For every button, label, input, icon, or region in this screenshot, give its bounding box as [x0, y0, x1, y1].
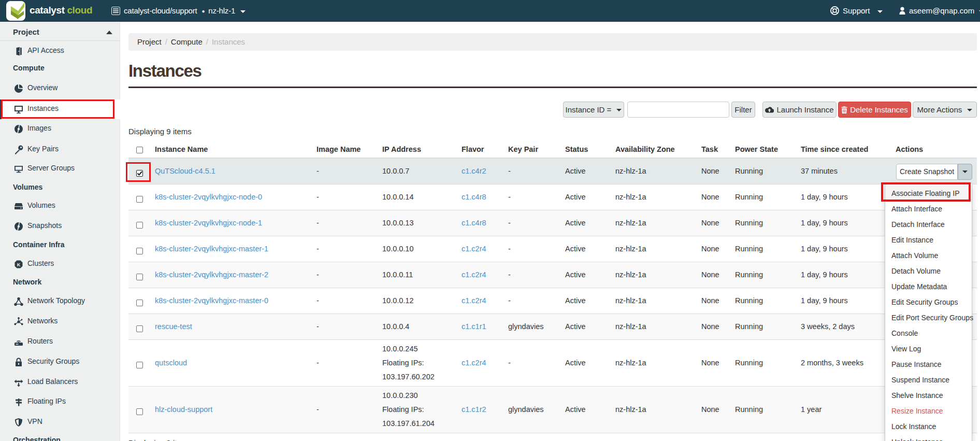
- svg-text:K: K: [17, 262, 21, 267]
